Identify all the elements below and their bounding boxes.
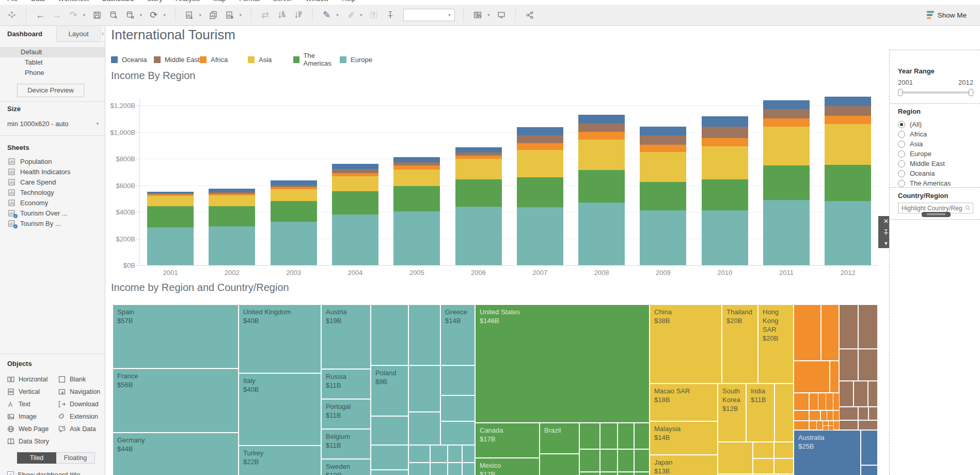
bar-segment-the-americas[interactable] bbox=[640, 182, 686, 210]
object-item-data-story[interactable]: Data Story bbox=[7, 435, 53, 448]
bar-segment-europe[interactable] bbox=[825, 201, 871, 265]
treemap-cell-france[interactable]: France$56B bbox=[113, 369, 239, 433]
treemap-cell[interactable] bbox=[858, 420, 878, 430]
treemap-cell[interactable] bbox=[634, 472, 650, 475]
treemap-cell-japan[interactable]: Japan$13B bbox=[650, 455, 718, 475]
bar-segment-oceania[interactable] bbox=[578, 115, 625, 124]
treemap-cell-india[interactable]: India$11B bbox=[746, 384, 774, 442]
treemap-cell-portugal[interactable]: Portugal$11B bbox=[321, 399, 371, 429]
bar-segment-middle-east[interactable] bbox=[640, 135, 686, 145]
save-icon[interactable] bbox=[91, 8, 103, 22]
bar-segment-asia[interactable] bbox=[209, 195, 255, 206]
bar-2004[interactable] bbox=[332, 164, 378, 265]
treemap-cell-united-kingdom[interactable]: United Kingdom$40B bbox=[239, 304, 321, 373]
radio-button[interactable] bbox=[898, 131, 905, 138]
treemap-cell[interactable] bbox=[809, 410, 820, 421]
treemap-cell[interactable] bbox=[440, 421, 475, 445]
bar-segment-africa[interactable] bbox=[763, 118, 810, 127]
sheet-item-health-indicators[interactable]: Health Indicators bbox=[0, 166, 105, 177]
highlight-icon[interactable]: ✎ bbox=[321, 8, 333, 22]
bar-segment-middle-east[interactable] bbox=[517, 135, 563, 143]
bar-segment-europe[interactable] bbox=[702, 210, 748, 265]
menu-item-data[interactable]: Data bbox=[31, 0, 44, 3]
chevron-down-icon[interactable]: ▼ bbox=[82, 13, 86, 18]
show-dashboard-title-row[interactable]: ✓ Show dashboard title bbox=[7, 471, 80, 475]
object-item-extension[interactable]: Extension bbox=[58, 410, 104, 423]
treemap-cell[interactable] bbox=[774, 442, 794, 458]
add-data-icon[interactable] bbox=[108, 8, 119, 22]
menu-item-file[interactable]: File bbox=[7, 0, 18, 3]
treemap-cell-belgium[interactable]: Belgium$11B bbox=[321, 429, 371, 459]
treemap-cell[interactable] bbox=[462, 445, 475, 463]
region-option-africa[interactable]: Africa bbox=[898, 129, 980, 139]
legend-item-the-americas[interactable]: The Americas bbox=[293, 52, 340, 67]
treemap-cell[interactable] bbox=[430, 445, 448, 463]
bar-segment-europe[interactable] bbox=[271, 222, 317, 265]
treemap-cell[interactable] bbox=[579, 423, 600, 449]
menu-item-worksheet[interactable]: Worksheet bbox=[58, 0, 89, 3]
bar-segment-oceania[interactable] bbox=[825, 97, 871, 106]
bar-segment-oceania[interactable] bbox=[455, 147, 502, 152]
treemap-cell-austria[interactable]: Austria$19B bbox=[321, 304, 371, 369]
bar-segment-africa[interactable] bbox=[455, 156, 502, 159]
treemap-cell[interactable] bbox=[618, 423, 634, 449]
treemap-cell-thailand[interactable]: Thailand$20B bbox=[722, 304, 758, 384]
slider-handle-right[interactable] bbox=[969, 89, 973, 96]
bar-segment-oceania[interactable] bbox=[271, 180, 317, 185]
menu-item-window[interactable]: Window bbox=[306, 0, 328, 3]
bar-segment-the-americas[interactable] bbox=[763, 165, 810, 200]
treemap-cell[interactable] bbox=[462, 463, 475, 475]
bar-segment-middle-east[interactable] bbox=[763, 109, 810, 118]
bar-segment-asia[interactable] bbox=[825, 124, 871, 165]
radio-button[interactable] bbox=[898, 170, 905, 177]
show-cards-icon[interactable] bbox=[472, 8, 483, 22]
tab-dashboard[interactable]: Dashboard bbox=[0, 26, 56, 42]
treemap-cell[interactable] bbox=[618, 472, 634, 475]
sheet-item-population[interactable]: Population bbox=[0, 156, 105, 166]
treemap-cell[interactable] bbox=[408, 463, 430, 475]
treemap-cell-germany[interactable]: Germany$44B bbox=[113, 433, 239, 475]
treemap-cell[interactable] bbox=[830, 361, 839, 393]
sort-descending-icon[interactable] bbox=[293, 8, 304, 22]
show-me-button[interactable]: Show Me bbox=[927, 11, 967, 19]
treemap-cell[interactable] bbox=[853, 381, 868, 407]
bar-segment-oceania[interactable] bbox=[393, 157, 440, 162]
object-item-text[interactable]: AText bbox=[7, 398, 53, 410]
bar-segment-the-americas[interactable] bbox=[147, 206, 194, 228]
object-item-download[interactable]: Download bbox=[58, 398, 104, 410]
attach-icon[interactable] bbox=[345, 8, 356, 22]
treemap-cell-malaysia[interactable]: Malaysia$14B bbox=[650, 421, 718, 455]
region-option-europe[interactable]: Europe bbox=[898, 149, 980, 159]
bar-2002[interactable] bbox=[209, 189, 255, 265]
bar-segment-africa[interactable] bbox=[517, 143, 563, 150]
object-item-blank[interactable]: Blank bbox=[58, 373, 104, 386]
treemap-cell[interactable] bbox=[440, 395, 475, 421]
treemap-cell-greece[interactable]: Greece$14B bbox=[440, 304, 475, 365]
slider-handle-left[interactable] bbox=[898, 89, 903, 96]
bar-segment-oceania[interactable] bbox=[702, 116, 748, 127]
treemap-cell[interactable] bbox=[408, 445, 430, 463]
treemap-cell[interactable] bbox=[540, 454, 579, 475]
treemap-cell[interactable] bbox=[774, 458, 794, 474]
menu-item-map[interactable]: Map bbox=[213, 0, 226, 3]
sheet-item-care-spend[interactable]: Care Spend bbox=[0, 177, 105, 187]
treemap-cell-mexico[interactable]: Mexico$12B bbox=[475, 458, 540, 475]
object-item-horizontal[interactable]: Horizontal bbox=[7, 373, 53, 386]
bar-segment-africa[interactable] bbox=[640, 145, 686, 152]
bar-segment-europe[interactable] bbox=[147, 227, 194, 265]
treemap-cell[interactable] bbox=[718, 442, 753, 474]
bar-segment-europe[interactable] bbox=[332, 214, 378, 265]
menu-item-analysis[interactable]: Analysis bbox=[176, 0, 200, 3]
back-arrow[interactable]: ← bbox=[35, 8, 46, 22]
chevron-down-icon[interactable]: ▼ bbox=[884, 241, 889, 246]
treemap-cell[interactable] bbox=[861, 430, 878, 465]
treemap-cell-canada[interactable]: Canada$17B bbox=[475, 423, 540, 458]
bar-segment-the-americas[interactable] bbox=[702, 179, 748, 210]
treemap-cell[interactable] bbox=[858, 304, 878, 349]
bar-segment-africa[interactable] bbox=[578, 132, 625, 139]
pin-icon[interactable] bbox=[883, 229, 889, 237]
chevron-down-icon[interactable]: ▼ bbox=[198, 13, 202, 18]
menu-item-dashboard[interactable]: Dashboard bbox=[102, 0, 134, 3]
treemap-cell[interactable] bbox=[839, 407, 858, 420]
pause-data-icon[interactable] bbox=[124, 8, 136, 22]
